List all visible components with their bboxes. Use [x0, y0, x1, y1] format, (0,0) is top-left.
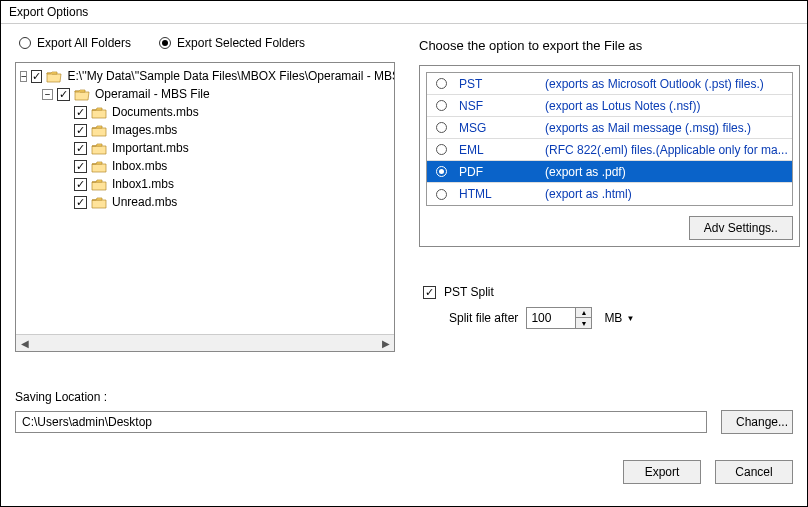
format-option-html[interactable]: HTML (export as .html)	[427, 183, 792, 205]
tree-label: Inbox1.mbs	[112, 177, 174, 191]
format-desc: (exports as Microsoft Outlook (.pst) fil…	[545, 77, 792, 91]
window-title: Export Options	[1, 1, 807, 24]
export-format-header: Choose the option to export the File as	[419, 38, 800, 53]
spinner-down-icon[interactable]: ▼	[576, 318, 591, 328]
format-desc: (export as Lotus Notes (.nsf))	[545, 99, 792, 113]
saving-location-input[interactable]	[15, 411, 707, 433]
format-option-pst[interactable]: PST (exports as Microsoft Outlook (.pst)…	[427, 73, 792, 95]
checkbox[interactable]	[74, 124, 87, 137]
format-name: PST	[455, 77, 545, 91]
tree-item[interactable]: Images.mbs	[18, 121, 392, 139]
radio-icon	[19, 37, 31, 49]
radio-export-all[interactable]: Export All Folders	[19, 36, 131, 50]
pst-split-label: PST Split	[444, 285, 494, 299]
format-desc: (export as .pdf)	[545, 165, 792, 179]
saving-location-label: Saving Location :	[15, 390, 793, 404]
folder-open-icon	[74, 88, 90, 101]
folder-icon	[91, 106, 107, 119]
folder-icon	[91, 142, 107, 155]
tree-label: Important.mbs	[112, 141, 189, 155]
tree-item[interactable]: Inbox1.mbs	[18, 175, 392, 193]
chevron-down-icon: ▼	[626, 314, 634, 323]
folder-icon	[91, 160, 107, 173]
checkbox[interactable]	[57, 88, 70, 101]
radio-icon	[436, 166, 447, 177]
split-unit-label: MB	[604, 311, 622, 325]
checkbox[interactable]	[74, 196, 87, 209]
checkbox[interactable]	[74, 178, 87, 191]
export-options-dialog: Export Options Export All Folders Export…	[0, 0, 808, 507]
tree-label: Documents.mbs	[112, 105, 199, 119]
tree-root[interactable]: − E:\''My Data\''Sample Data Files\MBOX …	[18, 67, 392, 85]
format-option-msg[interactable]: MSG (exports as Mail message (.msg) file…	[427, 117, 792, 139]
radio-icon	[436, 100, 447, 111]
format-name: MSG	[455, 121, 545, 135]
split-value-input[interactable]	[527, 308, 575, 328]
tree-label: Inbox.mbs	[112, 159, 167, 173]
format-desc: (export as .html)	[545, 187, 792, 201]
collapse-icon[interactable]: −	[42, 89, 53, 100]
pst-split-checkbox[interactable]	[423, 286, 436, 299]
radio-icon	[436, 144, 447, 155]
format-name: HTML	[455, 187, 545, 201]
format-list: PST (exports as Microsoft Outlook (.pst)…	[426, 72, 793, 206]
tree-label: Operamail - MBS File	[95, 87, 210, 101]
format-group: PST (exports as Microsoft Outlook (.pst)…	[419, 65, 800, 247]
cancel-button[interactable]: Cancel	[715, 460, 793, 484]
radio-icon	[159, 37, 171, 49]
spinner-up-icon[interactable]: ▲	[576, 308, 591, 318]
format-desc: (exports as Mail message (.msg) files.)	[545, 121, 792, 135]
scroll-track[interactable]	[33, 335, 377, 352]
tree-item[interactable]: Inbox.mbs	[18, 157, 392, 175]
format-name: EML	[455, 143, 545, 157]
tree-label: Unread.mbs	[112, 195, 177, 209]
folder-icon	[91, 178, 107, 191]
folder-icon	[91, 124, 107, 137]
folder-icon	[91, 196, 107, 209]
checkbox[interactable]	[74, 106, 87, 119]
tree-label: E:\''My Data\''Sample Data Files\MBOX Fi…	[67, 69, 395, 83]
radio-label: Export All Folders	[37, 36, 131, 50]
scroll-left-icon[interactable]: ◀	[16, 335, 33, 352]
tree-sub[interactable]: − Operamail - MBS File	[18, 85, 392, 103]
tree-item[interactable]: Important.mbs	[18, 139, 392, 157]
adv-settings-button[interactable]: Adv Settings..	[689, 216, 793, 240]
tree-item[interactable]: Documents.mbs	[18, 103, 392, 121]
split-after-label: Split file after	[449, 311, 518, 325]
scroll-right-icon[interactable]: ▶	[377, 335, 394, 352]
format-option-pdf[interactable]: PDF (export as .pdf)	[427, 161, 792, 183]
change-button[interactable]: Change...	[721, 410, 793, 434]
radio-icon	[436, 189, 447, 200]
checkbox[interactable]	[74, 160, 87, 173]
export-button[interactable]: Export	[623, 460, 701, 484]
checkbox[interactable]	[31, 70, 42, 83]
radio-export-selected[interactable]: Export Selected Folders	[159, 36, 305, 50]
format-option-eml[interactable]: EML (RFC 822(.eml) files.(Applicable onl…	[427, 139, 792, 161]
split-value-spinner[interactable]: ▲ ▼	[526, 307, 592, 329]
format-name: NSF	[455, 99, 545, 113]
radio-label: Export Selected Folders	[177, 36, 305, 50]
folder-open-icon	[46, 70, 62, 83]
format-option-nsf[interactable]: NSF (export as Lotus Notes (.nsf))	[427, 95, 792, 117]
tree-label: Images.mbs	[112, 123, 177, 137]
checkbox[interactable]	[74, 142, 87, 155]
radio-icon	[436, 78, 447, 89]
tree-item[interactable]: Unread.mbs	[18, 193, 392, 211]
collapse-icon[interactable]: −	[20, 71, 27, 82]
format-name: PDF	[455, 165, 545, 179]
split-unit-dropdown[interactable]: MB ▼	[600, 309, 638, 327]
horizontal-scrollbar[interactable]: ◀ ▶	[16, 334, 394, 351]
folder-tree[interactable]: − E:\''My Data\''Sample Data Files\MBOX …	[15, 62, 395, 352]
radio-icon	[436, 122, 447, 133]
format-desc: (RFC 822(.eml) files.(Applicable only fo…	[545, 143, 792, 157]
